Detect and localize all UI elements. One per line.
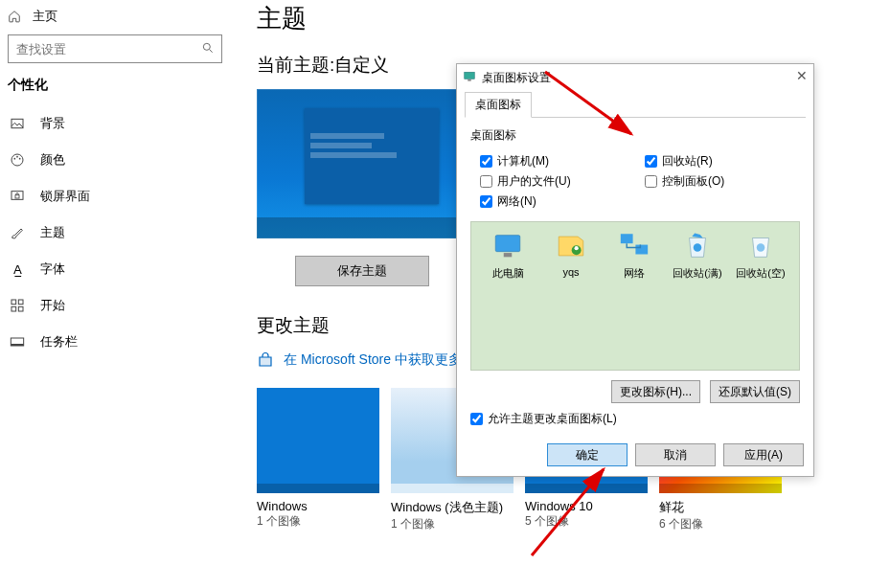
start-icon [10, 298, 25, 313]
theme-sub: 6 个图像 [659, 516, 782, 532]
sidebar-item-lockscreen[interactable]: 锁屏界面 [0, 178, 230, 215]
svg-rect-21 [635, 245, 648, 255]
sidebar-item-label: 主题 [40, 224, 65, 241]
svg-rect-15 [468, 79, 471, 80]
svg-point-22 [694, 243, 702, 251]
svg-point-3 [13, 158, 15, 160]
font-icon: A̲ [10, 261, 25, 277]
sidebar-item-themes[interactable]: 主题 [0, 215, 230, 251]
sidebar-item-label: 颜色 [40, 151, 65, 169]
change-icon-button[interactable]: 更改图标(H)... [611, 380, 700, 403]
palette-icon [10, 152, 25, 168]
sidebar-item-fonts[interactable]: A̲ 字体 [0, 251, 230, 287]
svg-rect-14 [465, 72, 475, 79]
dialog-titlebar: 桌面图标设置 ✕ [457, 64, 813, 91]
brush-icon [10, 225, 25, 240]
svg-rect-13 [11, 344, 23, 346]
tab-desktop-icons[interactable]: 桌面图标 [465, 92, 532, 118]
group-label: 桌面图标 [470, 127, 800, 144]
svg-rect-16 [495, 236, 520, 252]
search-wrap [8, 34, 222, 63]
sidebar-item-label: 任务栏 [40, 333, 78, 351]
svg-point-4 [16, 156, 18, 158]
search-icon [201, 41, 215, 55]
settings-sidebar: 主页 个性化 背景 颜色 锁屏界面 主题 A̲ 字体 开始 任务栏 [0, 0, 230, 588]
theme-sub: 1 个图像 [391, 516, 513, 532]
search-input[interactable] [8, 34, 222, 63]
svg-point-23 [757, 243, 765, 251]
store-icon [257, 351, 274, 369]
preview-icon-user[interactable]: yqs [542, 230, 600, 362]
sidebar-item-label: 开始 [40, 297, 65, 314]
picture-icon [10, 116, 25, 131]
theme-name: Windows (浅色主题) [391, 499, 513, 516]
preview-icon-bin-empty[interactable]: 回收站(空) [732, 230, 789, 362]
cancel-button[interactable]: 取消 [635, 443, 716, 466]
svg-rect-9 [18, 300, 23, 305]
close-icon[interactable]: ✕ [796, 68, 808, 83]
svg-point-19 [575, 246, 579, 250]
taskbar-icon [10, 334, 25, 350]
checkbox-computer[interactable]: 计算机(M) [480, 153, 635, 170]
dialog-title-label: 桌面图标设置 [482, 70, 551, 86]
checkbox-userfiles[interactable]: 用户的文件(U) [480, 173, 635, 190]
sidebar-section-title: 个性化 [0, 77, 230, 105]
theme-card[interactable]: Windows 1 个图像 [257, 388, 379, 532]
checkbox-network[interactable]: 网络(N) [480, 193, 635, 210]
home-icon [8, 10, 21, 23]
sidebar-item-label: 锁屏界面 [40, 188, 90, 205]
svg-rect-7 [15, 195, 19, 198]
monitor-icon [463, 70, 476, 86]
ok-button[interactable]: 确定 [547, 443, 628, 466]
theme-name: 鲜花 [659, 499, 782, 516]
dialog-bottom-buttons: 确定 取消 应用(A) [547, 443, 804, 466]
sidebar-item-label: 背景 [40, 115, 65, 132]
theme-name: Windows 10 [525, 499, 648, 513]
save-theme-button[interactable]: 保存主题 [295, 256, 429, 286]
svg-rect-20 [621, 234, 633, 243]
svg-rect-8 [11, 300, 16, 305]
svg-rect-17 [504, 253, 513, 257]
theme-sub: 5 个图像 [525, 513, 648, 530]
preview-icon-bin-full[interactable]: 回收站(满) [669, 230, 726, 362]
svg-point-0 [203, 43, 210, 50]
allow-theme-change-checkbox[interactable]: 允许主题更改桌面图标(L) [470, 411, 800, 427]
svg-point-5 [19, 158, 21, 160]
sidebar-item-colors[interactable]: 颜色 [0, 142, 230, 178]
sidebar-home-label: 主页 [33, 8, 57, 25]
svg-rect-10 [11, 306, 16, 311]
desktop-icon-settings-dialog: 桌面图标设置 ✕ 桌面图标 桌面图标 计算机(M) 用户的文件(U) 网络(N)… [456, 63, 814, 477]
checkbox-recycle[interactable]: 回收站(R) [645, 153, 800, 170]
apply-button[interactable]: 应用(A) [723, 443, 804, 466]
svg-rect-1 [11, 119, 23, 127]
svg-rect-11 [18, 306, 23, 311]
preview-icon-pc[interactable]: 此电脑 [479, 230, 536, 362]
page-title: 主题 [257, 2, 890, 35]
sidebar-item-background[interactable]: 背景 [0, 105, 230, 142]
sidebar-home[interactable]: 主页 [0, 4, 230, 34]
theme-sub: 1 个图像 [257, 513, 379, 530]
lock-screen-icon [10, 189, 25, 204]
sidebar-item-start[interactable]: 开始 [0, 287, 230, 324]
dialog-body: 桌面图标 计算机(M) 用户的文件(U) 网络(N) 回收站(R) 控制面板(O… [457, 118, 813, 435]
icon-preview-area: 此电脑 yqs 网络 回收站(满) 回收站(空) [470, 221, 800, 371]
preview-icon-network[interactable]: 网络 [605, 230, 663, 362]
dialog-tabs: 桌面图标 [465, 91, 806, 118]
sidebar-item-label: 字体 [40, 260, 65, 278]
checkbox-control[interactable]: 控制面板(O) [645, 173, 800, 190]
theme-name: Windows [257, 499, 379, 513]
sidebar-item-taskbar[interactable]: 任务栏 [0, 324, 230, 360]
restore-default-button[interactable]: 还原默认值(S) [710, 380, 800, 403]
